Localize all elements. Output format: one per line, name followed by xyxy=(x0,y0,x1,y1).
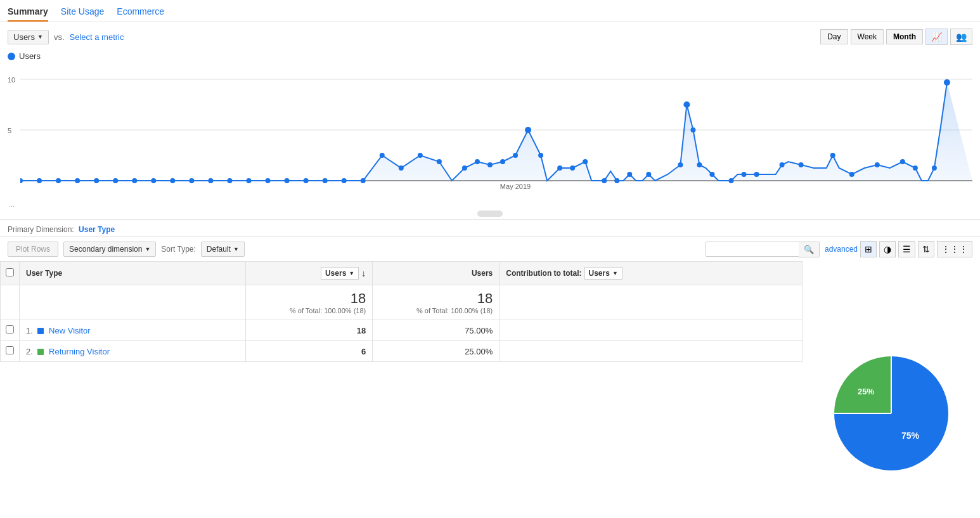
row1-link[interactable]: New Visitor xyxy=(49,326,91,335)
svg-point-37 xyxy=(614,178,619,183)
select-all-checkbox[interactable] xyxy=(6,268,14,276)
secondary-dim-dropdown[interactable]: Secondary dimension ▼ xyxy=(63,242,156,257)
search-container: 🔍 xyxy=(706,242,820,257)
controls-row: Users ▼ vs. Select a metric Day Week Mon… xyxy=(0,22,980,51)
scroll-handle[interactable] xyxy=(477,210,503,217)
total-users2-pct: % of Total: 100.00% (18) xyxy=(379,307,493,314)
legend-label: Users xyxy=(19,51,41,61)
svg-point-6 xyxy=(75,178,80,183)
tab-site-usage[interactable]: Site Usage xyxy=(61,6,104,22)
svg-point-24 xyxy=(418,153,423,158)
svg-point-28 xyxy=(487,162,493,167)
contribution-metric-label: Users xyxy=(589,269,610,278)
advanced-link[interactable]: advanced xyxy=(825,245,858,254)
svg-point-23 xyxy=(399,165,404,171)
svg-point-48 xyxy=(780,162,785,167)
contribution-label: Contribution to total: xyxy=(506,269,581,278)
row1-checkbox-cell[interactable] xyxy=(1,320,20,341)
metric-dropdown[interactable]: Users ▼ xyxy=(8,30,49,44)
table-row: 1. New Visitor 18 75.00% xyxy=(1,320,803,341)
x-axis-label: May 2019 xyxy=(500,183,531,190)
users2-col-header: Users xyxy=(373,262,500,285)
search-icon-btn[interactable]: 🔍 xyxy=(799,242,820,257)
svg-point-16 xyxy=(266,178,271,183)
contribution-metric-dropdown[interactable]: Users ▼ xyxy=(584,267,622,280)
row1-users-cell: 18 xyxy=(246,320,373,341)
plot-rows-button[interactable]: Plot Rows xyxy=(8,242,58,257)
svg-point-22 xyxy=(380,153,385,158)
pie-chart-container: 75% 25% xyxy=(803,337,980,489)
row1-contribution-cell xyxy=(500,320,803,341)
svg-point-55 xyxy=(932,165,937,171)
svg-point-9 xyxy=(132,178,137,183)
compare-icon-btn[interactable]: ⇅ xyxy=(918,241,934,257)
chart-legend: Users xyxy=(0,51,980,63)
pie-chart: 75% 25% xyxy=(828,350,955,477)
chart-wrapper: 10 5 xyxy=(8,63,972,209)
row2-users2-cell: 25.00% xyxy=(373,341,500,362)
contribution-caret-icon: ▼ xyxy=(612,270,618,276)
svg-point-20 xyxy=(342,178,347,183)
svg-point-27 xyxy=(475,159,480,164)
users-dropdown[interactable]: Users ▼ xyxy=(321,267,359,280)
list-view-icon-btn[interactable]: ☰ xyxy=(898,241,915,257)
total-row: 18 % of Total: 100.00% (18) 18 % of Tota… xyxy=(1,285,803,320)
row1-users-val: 18 xyxy=(357,326,366,335)
total-users2-cell: 18 % of Total: 100.00% (18) xyxy=(373,285,500,320)
svg-point-14 xyxy=(227,178,232,183)
row2-link[interactable]: Returning Visitor xyxy=(49,347,110,356)
toolbar-right: 🔍 advanced ⊞ ◑ ☰ ⇅ ⋮⋮⋮ xyxy=(706,241,972,257)
svg-point-56 xyxy=(944,79,950,86)
svg-point-41 xyxy=(683,101,690,108)
chart-area: 10 5 xyxy=(0,63,980,219)
svg-point-39 xyxy=(646,172,651,177)
svg-point-11 xyxy=(170,178,175,183)
sort-dropdown[interactable]: Default ▼ xyxy=(201,242,245,257)
row2-label-cell: 2. Returning Visitor xyxy=(20,341,246,362)
svg-point-17 xyxy=(285,178,290,183)
sort-caret-icon: ▼ xyxy=(233,246,239,252)
svg-point-47 xyxy=(754,172,759,177)
row2-users-val: 6 xyxy=(361,347,366,356)
grid-view-icon-btn[interactable]: ⊞ xyxy=(860,241,877,257)
y-label-10: 10 xyxy=(8,76,15,84)
row2-users-cell: 6 xyxy=(246,341,373,362)
left-controls: Users ▼ vs. Select a metric xyxy=(8,30,124,44)
sort-desc-icon[interactable]: ↓ xyxy=(361,268,366,278)
contribution-header: Contribution to total: Users ▼ xyxy=(500,262,803,285)
pie-chart-icon-btn[interactable]: 👥 xyxy=(950,29,972,45)
row1-checkbox[interactable] xyxy=(6,325,14,333)
svg-point-42 xyxy=(690,127,695,133)
row2-contribution-cell xyxy=(500,341,803,362)
day-button[interactable]: Day xyxy=(820,29,848,44)
month-button[interactable]: Month xyxy=(886,29,923,44)
svg-point-4 xyxy=(37,178,42,183)
vs-text: vs. xyxy=(54,32,65,42)
row2-checkbox[interactable] xyxy=(6,346,14,354)
table-toolbar: Plot Rows Secondary dimension ▼ Sort Typ… xyxy=(0,236,980,261)
pie-view-icon-btn[interactable]: ◑ xyxy=(879,241,896,257)
svg-point-18 xyxy=(304,178,309,183)
svg-point-10 xyxy=(151,178,156,183)
customize-icon-btn[interactable]: ⋮⋮⋮ xyxy=(937,241,972,257)
svg-point-40 xyxy=(678,162,683,167)
tab-summary[interactable]: Summary xyxy=(8,6,48,22)
row2-checkbox-cell[interactable] xyxy=(1,341,20,362)
primary-dim-label: Primary Dimension: xyxy=(8,225,74,234)
svg-point-46 xyxy=(742,172,747,177)
select-metric-link[interactable]: Select a metric xyxy=(70,32,124,42)
row1-num: 1. xyxy=(26,326,33,335)
primary-dim-value[interactable]: User Type xyxy=(79,225,115,234)
line-chart-icon-btn[interactable]: 📈 xyxy=(925,29,948,45)
data-table: User Type Users ▼ ↓ Users xyxy=(0,261,803,362)
users-dropdown-caret-icon: ▼ xyxy=(349,270,354,276)
total-label-cell xyxy=(20,285,246,320)
svg-point-44 xyxy=(709,172,714,177)
user-type-label: User Type xyxy=(26,269,62,278)
week-button[interactable]: Week xyxy=(851,29,884,44)
y-label-5: 5 xyxy=(8,127,11,134)
scrollbar-row[interactable] xyxy=(8,209,972,219)
tab-ecommerce[interactable]: Ecommerce xyxy=(117,6,164,22)
svg-point-53 xyxy=(900,159,905,164)
metric-label: Users xyxy=(13,32,35,42)
